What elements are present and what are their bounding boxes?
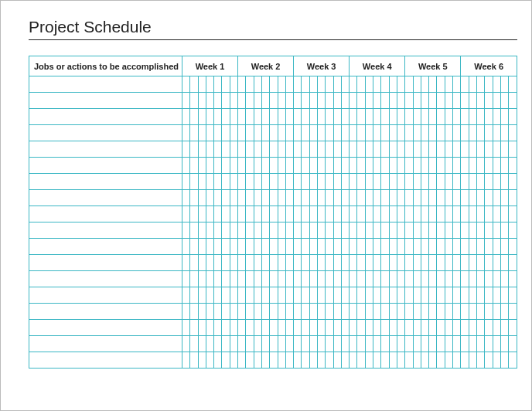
day-cell[interactable] — [413, 304, 421, 320]
day-cell[interactable] — [214, 190, 222, 206]
day-cell[interactable] — [222, 222, 230, 239]
day-cell[interactable] — [381, 206, 389, 222]
day-cell[interactable] — [357, 206, 365, 222]
day-cell[interactable] — [254, 222, 261, 239]
day-cell[interactable] — [389, 304, 397, 320]
day-cell[interactable] — [429, 76, 437, 93]
day-cell[interactable] — [206, 76, 213, 93]
day-cell[interactable] — [238, 190, 246, 206]
day-cell[interactable] — [222, 158, 230, 174]
day-cell[interactable] — [294, 125, 302, 141]
day-cell[interactable] — [341, 206, 349, 222]
day-cell[interactable] — [373, 287, 381, 304]
day-cell[interactable] — [222, 304, 230, 320]
day-cell[interactable] — [278, 190, 285, 206]
day-cell[interactable] — [238, 287, 246, 304]
day-cell[interactable] — [214, 125, 222, 141]
day-cell[interactable] — [254, 190, 261, 206]
day-cell[interactable] — [230, 336, 237, 352]
day-cell[interactable] — [461, 352, 469, 369]
day-cell[interactable] — [413, 255, 421, 271]
day-cell[interactable] — [270, 304, 278, 320]
day-cell[interactable] — [309, 158, 317, 174]
day-cell[interactable] — [350, 141, 357, 158]
day-cell[interactable] — [182, 336, 189, 352]
day-cell[interactable] — [270, 125, 278, 141]
day-cell[interactable] — [341, 125, 349, 141]
day-cell[interactable] — [389, 287, 397, 304]
day-cell[interactable] — [326, 304, 333, 320]
day-cell[interactable] — [509, 222, 517, 239]
day-cell[interactable] — [493, 255, 500, 271]
day-cell[interactable] — [278, 287, 285, 304]
day-cell[interactable] — [302, 93, 309, 109]
day-cell[interactable] — [261, 125, 269, 141]
day-cell[interactable] — [270, 352, 278, 369]
day-cell[interactable] — [190, 336, 198, 352]
day-cell[interactable] — [341, 76, 349, 93]
day-cell[interactable] — [341, 336, 349, 352]
day-cell[interactable] — [270, 141, 278, 158]
day-cell[interactable] — [246, 141, 254, 158]
day-cell[interactable] — [389, 190, 397, 206]
day-cell[interactable] — [389, 336, 397, 352]
day-cell[interactable] — [397, 222, 404, 239]
day-cell[interactable] — [405, 336, 413, 352]
day-cell[interactable] — [294, 190, 302, 206]
day-cell[interactable] — [285, 271, 293, 287]
day-cell[interactable] — [437, 190, 445, 206]
day-cell[interactable] — [318, 320, 326, 336]
day-cell[interactable] — [476, 352, 484, 369]
day-cell[interactable] — [238, 239, 246, 255]
day-cell[interactable] — [413, 125, 421, 141]
day-cell[interactable] — [206, 352, 213, 369]
day-cell[interactable] — [318, 222, 326, 239]
day-cell[interactable] — [190, 222, 198, 239]
day-cell[interactable] — [485, 190, 493, 206]
day-cell[interactable] — [373, 109, 381, 125]
day-cell[interactable] — [429, 304, 437, 320]
day-cell[interactable] — [182, 304, 189, 320]
day-cell[interactable] — [261, 320, 269, 336]
day-cell[interactable] — [261, 352, 269, 369]
day-cell[interactable] — [206, 141, 213, 158]
day-cell[interactable] — [230, 93, 237, 109]
day-cell[interactable] — [230, 141, 237, 158]
day-cell[interactable] — [445, 206, 452, 222]
day-cell[interactable] — [469, 141, 476, 158]
day-cell[interactable] — [254, 76, 261, 93]
day-cell[interactable] — [285, 304, 293, 320]
day-cell[interactable] — [476, 304, 484, 320]
day-cell[interactable] — [333, 320, 341, 336]
day-cell[interactable] — [413, 109, 421, 125]
day-cell[interactable] — [182, 320, 189, 336]
day-cell[interactable] — [509, 141, 517, 158]
day-cell[interactable] — [500, 320, 508, 336]
day-cell[interactable] — [278, 222, 285, 239]
day-cell[interactable] — [389, 320, 397, 336]
day-cell[interactable] — [261, 271, 269, 287]
day-cell[interactable] — [198, 304, 206, 320]
day-cell[interactable] — [333, 141, 341, 158]
day-cell[interactable] — [429, 206, 437, 222]
day-cell[interactable] — [326, 271, 333, 287]
day-cell[interactable] — [261, 287, 269, 304]
day-cell[interactable] — [437, 109, 445, 125]
day-cell[interactable] — [246, 174, 254, 190]
day-cell[interactable] — [341, 141, 349, 158]
day-cell[interactable] — [373, 255, 381, 271]
day-cell[interactable] — [381, 336, 389, 352]
day-cell[interactable] — [198, 206, 206, 222]
day-cell[interactable] — [389, 352, 397, 369]
day-cell[interactable] — [373, 125, 381, 141]
day-cell[interactable] — [326, 158, 333, 174]
day-cell[interactable] — [365, 206, 373, 222]
day-cell[interactable] — [318, 125, 326, 141]
day-cell[interactable] — [182, 352, 189, 369]
day-cell[interactable] — [341, 190, 349, 206]
day-cell[interactable] — [270, 222, 278, 239]
day-cell[interactable] — [254, 206, 261, 222]
day-cell[interactable] — [246, 304, 254, 320]
day-cell[interactable] — [429, 125, 437, 141]
day-cell[interactable] — [198, 76, 206, 93]
